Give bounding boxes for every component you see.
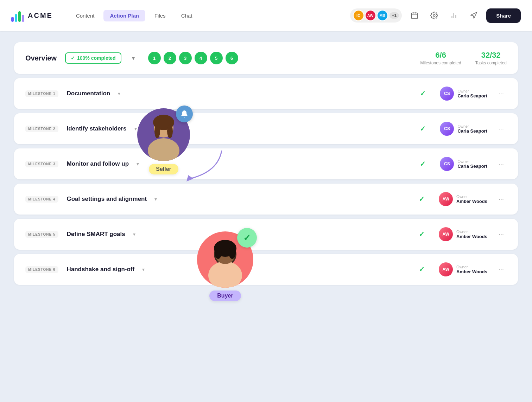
milestone-card-6: MILESTONE 6 Handshake and sign-off ▾ ✓ A…: [14, 254, 518, 285]
owner-avatar-1: CS: [440, 87, 454, 101]
owner-info-2: CS Owner Carla Seaport: [440, 122, 487, 136]
owner-info-5: AW Owner Amber Woods: [439, 227, 487, 241]
overview-stats: 6/6 Milestones completed 32/32 Tasks com…: [420, 51, 507, 65]
more-btn-4[interactable]: ···: [496, 194, 507, 204]
milestones-value: 6/6: [420, 51, 461, 60]
more-btn-5[interactable]: ···: [496, 229, 507, 240]
nav-action-plan[interactable]: Action Plan: [103, 10, 145, 21]
milestone-card-1: MILESTONE 1 Documentation ▾ ✓ CS Owner C…: [14, 78, 518, 109]
owner-text-2: Owner Carla Seaport: [457, 124, 487, 134]
milestones-label: Milestones completed: [420, 60, 461, 65]
milestone-tag-6: MILESTONE 6: [25, 266, 58, 273]
calendar-icon[interactable]: [407, 8, 422, 23]
milestone-check-4: ✓: [419, 195, 425, 203]
svg-rect-0: [412, 13, 418, 19]
milestone-chevron-3[interactable]: ▾: [137, 161, 139, 167]
owner-avatar-6: AW: [439, 262, 453, 276]
check-icon: ✓: [71, 55, 75, 61]
milestone-dot-2: 2: [164, 52, 176, 64]
chart-icon[interactable]: [447, 8, 461, 23]
logo-text: ACME: [28, 12, 53, 20]
milestone-chevron-6[interactable]: ▾: [142, 267, 145, 272]
milestone-dot-4: 4: [195, 52, 207, 64]
tasks-stat: 32/32 Tasks completed: [475, 51, 507, 65]
navbar: ACME Content Action Plan Files Chat IC A…: [0, 0, 532, 31]
avatar-ms: MS: [377, 10, 388, 21]
logo-icon: [11, 9, 24, 22]
milestone-dot-6: 6: [226, 52, 238, 64]
avatar-group: IC AW MS +1: [350, 8, 402, 23]
milestone-check-6: ✓: [419, 265, 425, 274]
overview-card: Overview ✓ 100% completed ▾ 1 2 3 4 5 6 …: [14, 42, 518, 74]
settings-icon[interactable]: [427, 8, 441, 23]
milestone-dot-3: 3: [179, 52, 192, 64]
owner-text-1: Owner Carla Seaport: [457, 89, 487, 98]
overview-title: Overview: [25, 54, 57, 62]
owner-avatar-4: AW: [439, 192, 453, 206]
milestone-chevron-1[interactable]: ▾: [118, 91, 120, 96]
nav-links: Content Action Plan Files Chat: [70, 10, 198, 21]
buyer-label: Buyer: [209, 291, 241, 301]
owner-text-6: Owner Amber Woods: [456, 265, 487, 274]
milestone-card-5: MILESTONE 5 Define SMART goals ▾ ✓ AW Ow…: [14, 219, 518, 250]
milestone-title-4: Goal settings and alignment: [67, 196, 147, 203]
milestone-check-3: ✓: [420, 160, 426, 168]
owner-info-3: CS Owner Carla Seaport: [440, 157, 487, 171]
milestone-check-1: ✓: [420, 89, 426, 98]
avatar-aw: AW: [365, 10, 376, 21]
owner-info-4: AW Owner Amber Woods: [439, 192, 487, 206]
share-button[interactable]: Share: [486, 8, 521, 23]
milestone-dot-1: 1: [148, 52, 161, 64]
milestone-tag-4: MILESTONE 4: [25, 196, 58, 203]
completed-text: 100% completed: [77, 55, 116, 61]
owner-avatar-3: CS: [440, 157, 454, 171]
milestone-tag-2: MILESTONE 2: [25, 126, 58, 132]
owner-info-6: AW Owner Amber Woods: [439, 262, 487, 276]
nav-chat[interactable]: Chat: [175, 10, 199, 21]
more-btn-6[interactable]: ···: [496, 264, 507, 275]
milestone-card-2: MILESTONE 2 Identify stakeholders ▾ ✓ CS…: [14, 113, 518, 144]
milestone-title-1: Documentation: [67, 90, 110, 97]
milestone-title-5: Define SMART goals: [67, 231, 125, 238]
svg-point-4: [433, 14, 436, 17]
milestone-tag-5: MILESTONE 5: [25, 231, 58, 238]
logo: ACME: [11, 9, 53, 22]
nav-content[interactable]: Content: [70, 10, 101, 21]
milestone-card-3: MILESTONE 3 Monitor and follow up ▾ ✓ CS…: [14, 148, 518, 179]
owner-avatar-5: AW: [439, 227, 453, 241]
milestone-title-3: Monitor and follow up: [67, 160, 129, 167]
milestone-card-4: MILESTONE 4 Goal settings and alignment …: [14, 184, 518, 215]
more-btn-3[interactable]: ···: [496, 159, 507, 169]
milestone-chevron-2[interactable]: ▾: [134, 126, 137, 132]
more-btn-2[interactable]: ···: [496, 124, 507, 134]
tasks-value: 32/32: [475, 51, 507, 60]
milestone-check-2: ✓: [420, 125, 426, 133]
milestone-chevron-5[interactable]: ▾: [133, 231, 135, 237]
owner-text-4: Owner Amber Woods: [456, 194, 487, 204]
nav-right: IC AW MS +1: [350, 8, 521, 23]
milestone-tag-1: MILESTONE 1: [25, 90, 58, 97]
nav-files[interactable]: Files: [148, 10, 172, 21]
owner-text-3: Owner Carla Seaport: [457, 159, 487, 169]
milestone-check-5: ✓: [419, 230, 425, 238]
milestone-dots: 1 2 3 4 5 6: [148, 52, 238, 64]
milestone-dot-5: 5: [210, 52, 223, 64]
tasks-label: Tasks completed: [475, 60, 507, 65]
owner-info-1: CS Owner Carla Seaport: [440, 87, 487, 101]
milestone-title-6: Handshake and sign-off: [67, 266, 135, 273]
milestone-tag-3: MILESTONE 3: [25, 161, 58, 167]
owner-avatar-2: CS: [440, 122, 454, 136]
more-btn-1[interactable]: ···: [496, 89, 507, 99]
megaphone-icon[interactable]: [467, 8, 481, 23]
milestones-stat: 6/6 Milestones completed: [420, 51, 461, 65]
avatar-ic: IC: [353, 10, 364, 21]
completed-badge: ✓ 100% completed: [65, 52, 121, 64]
milestone-chevron-4[interactable]: ▾: [154, 196, 157, 202]
owner-text-5: Owner Amber Woods: [456, 230, 487, 239]
avatar-plus: +1: [390, 12, 399, 19]
main-content: Overview ✓ 100% completed ▾ 1 2 3 4 5 6 …: [0, 31, 532, 402]
overview-chevron[interactable]: ▾: [127, 52, 140, 64]
milestone-title-2: Identify stakeholders: [67, 125, 127, 132]
